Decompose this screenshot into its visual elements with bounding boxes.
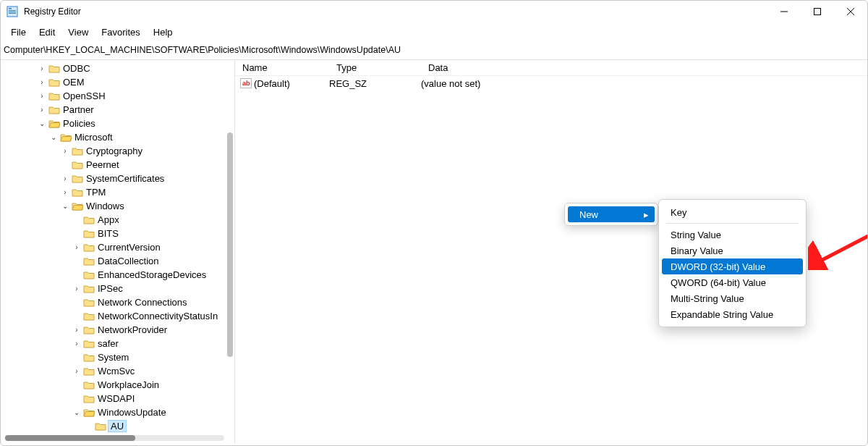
- tree-item[interactable]: ⌄Microsoft: [4, 130, 234, 144]
- chevron-down-icon[interactable]: ⌄: [61, 202, 69, 210]
- tree-item[interactable]: ›Cryptography: [4, 144, 234, 158]
- tree-item[interactable]: ›ODBC: [4, 62, 234, 75]
- tree-item[interactable]: ⌄Policies: [4, 117, 234, 130]
- folder-icon: [48, 77, 60, 88]
- context-menu-item[interactable]: Expandable String Value: [662, 306, 803, 322]
- context-menu-item[interactable]: Binary Value: [662, 243, 803, 258]
- tree-item[interactable]: ›Partner: [4, 103, 234, 117]
- tree-item-label: Network Connections: [98, 297, 187, 308]
- tree-item[interactable]: ·Network Connections: [4, 295, 234, 309]
- chevron-right-icon[interactable]: ›: [38, 106, 46, 114]
- context-menu-item[interactable]: QWORD (64-bit) Value: [662, 274, 803, 290]
- chevron-down-icon[interactable]: ⌄: [50, 133, 57, 141]
- context-menu-item[interactable]: Key: [662, 204, 803, 220]
- menu-separator: [666, 223, 799, 224]
- tree-item[interactable]: ·EnhancedStorageDevices: [4, 268, 234, 282]
- tree-item-label: WcmSvc: [98, 366, 135, 376]
- menu-edit[interactable]: Edit: [33, 25, 61, 39]
- tree-item-label: System: [98, 352, 129, 363]
- folder-icon: [83, 229, 95, 239]
- chevron-right-icon[interactable]: ›: [73, 340, 80, 348]
- tree-item[interactable]: ›IPSec: [4, 282, 234, 295]
- context-menu-item[interactable]: DWORD (32-bit) Value: [662, 258, 803, 274]
- tree-item[interactable]: ›SystemCertificates: [4, 172, 234, 185]
- svg-rect-3: [9, 12, 16, 12]
- tree-item-label: safer: [98, 338, 119, 349]
- tree-item-label: CurrentVersion: [98, 242, 161, 253]
- chevron-right-icon[interactable]: ›: [61, 174, 69, 182]
- chevron-right-icon[interactable]: ›: [38, 92, 46, 100]
- tree-item[interactable]: ·DataCollection: [4, 254, 234, 268]
- col-data[interactable]: Data: [421, 62, 867, 73]
- tree-item-label: EnhancedStorageDevices: [98, 269, 206, 280]
- tree-item[interactable]: ›TPM: [4, 185, 234, 199]
- tree-item-label: AU: [108, 420, 127, 432]
- chevron-right-icon[interactable]: ›: [73, 326, 80, 334]
- chevron-right-icon[interactable]: ›: [38, 64, 46, 72]
- close-button[interactable]: [834, 1, 867, 22]
- tree-item-label: NetworkConnectivityStatusIn: [98, 311, 218, 321]
- registry-tree[interactable]: ›ODBC›OEM›OpenSSH›Partner⌄Policies⌄Micro…: [1, 60, 234, 432]
- maximize-button[interactable]: [801, 1, 834, 22]
- tree-item[interactable]: ›NetworkProvider: [4, 323, 234, 337]
- tree-item[interactable]: ·BITS: [4, 227, 234, 240]
- list-rows: ab (Default) REG_SZ (value not set): [235, 76, 867, 91]
- chevron-down-icon[interactable]: ⌄: [38, 119, 46, 127]
- folder-icon: [83, 366, 95, 376]
- folder-icon: [72, 201, 83, 211]
- chevron-right-icon[interactable]: ›: [61, 188, 69, 196]
- scroll-thumb[interactable]: [5, 435, 135, 441]
- tree-item[interactable]: ·WorkplaceJoin: [4, 378, 234, 392]
- col-name[interactable]: Name: [235, 62, 329, 73]
- context-menu-item[interactable]: String Value: [662, 227, 803, 243]
- tree-item-label: ODBC: [63, 63, 90, 74]
- tree-item[interactable]: ·NetworkConnectivityStatusIn: [4, 309, 234, 323]
- tree-item[interactable]: ⌄Windows: [4, 199, 234, 213]
- tree-item-label: WorkplaceJoin: [98, 379, 159, 390]
- chevron-right-icon[interactable]: ›: [61, 147, 69, 155]
- menu-help[interactable]: Help: [148, 25, 179, 39]
- chevron-right-icon[interactable]: ›: [38, 78, 46, 86]
- tree-item[interactable]: ›CurrentVersion: [4, 240, 234, 254]
- chevron-right-icon[interactable]: ›: [73, 285, 80, 293]
- window-controls: [767, 1, 867, 22]
- menu-favorites[interactable]: Favorites: [95, 25, 145, 39]
- tree-item[interactable]: ›WcmSvc: [4, 364, 234, 378]
- folder-icon: [83, 380, 95, 390]
- tree-item[interactable]: ·Peernet: [4, 158, 234, 172]
- list-row[interactable]: ab (Default) REG_SZ (value not set): [235, 76, 867, 91]
- string-value-icon: ab: [239, 78, 252, 88]
- tree-item-label: WindowsUpdate: [98, 407, 166, 418]
- folder-icon: [83, 408, 95, 418]
- tree-item-label: Peernet: [86, 159, 119, 170]
- list-header: Name Type Data: [235, 60, 867, 76]
- menu-file[interactable]: File: [5, 25, 32, 39]
- tree-item[interactable]: ⌄WindowsUpdate: [4, 405, 234, 419]
- tree-item-label: Cryptography: [86, 146, 142, 156]
- tree-item[interactable]: ·AU: [4, 419, 234, 432]
- address-bar[interactable]: Computer\HKEY_LOCAL_MACHINE\SOFTWARE\Pol…: [1, 43, 867, 60]
- menu-view[interactable]: View: [62, 25, 94, 39]
- tree-horizontal-scrollbar[interactable]: [5, 435, 224, 441]
- value-data: (value not set): [421, 78, 867, 89]
- minimize-button[interactable]: [767, 1, 801, 22]
- tree-item[interactable]: ›safer: [4, 337, 234, 350]
- context-menu-item[interactable]: Multi-String Value: [662, 290, 803, 306]
- svg-rect-2: [9, 10, 16, 11]
- tree-item-label: OpenSSH: [63, 91, 106, 101]
- context-submenu-new: KeyString ValueBinary ValueDWORD (32-bit…: [658, 199, 807, 327]
- tree-item[interactable]: ·System: [4, 350, 234, 364]
- tree-vertical-scrollbar[interactable]: [227, 132, 233, 357]
- context-menu-new[interactable]: New ▸: [568, 206, 655, 222]
- tree-item[interactable]: ·Appx: [4, 213, 234, 227]
- col-type[interactable]: Type: [329, 62, 421, 73]
- tree-item[interactable]: ·WSDAPI: [4, 392, 234, 405]
- chevron-right-icon[interactable]: ›: [73, 243, 80, 251]
- tree-item[interactable]: ›OEM: [4, 75, 234, 89]
- tree-item[interactable]: ›OpenSSH: [4, 89, 234, 103]
- window-title: Registry Editor: [24, 7, 81, 17]
- folder-icon: [83, 311, 95, 321]
- chevron-right-icon[interactable]: ›: [73, 367, 80, 375]
- chevron-down-icon[interactable]: ⌄: [73, 408, 80, 416]
- folder-icon: [83, 256, 95, 266]
